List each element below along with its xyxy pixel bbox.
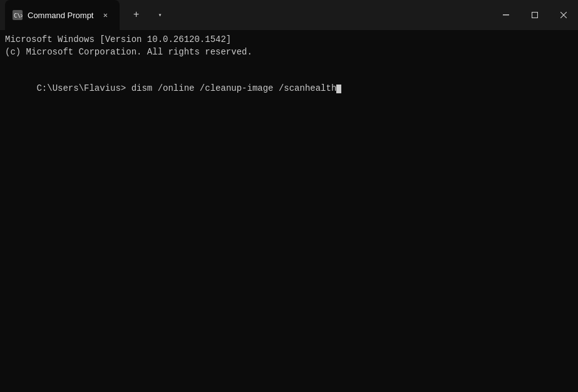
svg-text:C\>: C\> (14, 13, 23, 19)
terminal-body[interactable]: Microsoft Windows [Version 10.0.26120.15… (0, 30, 578, 392)
tab-title-label: Command Prompt (28, 11, 93, 20)
terminal-line-3 (5, 58, 573, 71)
dropdown-icon: ▾ (158, 11, 162, 19)
window-controls (492, 0, 578, 30)
new-tab-icon: + (133, 9, 140, 21)
minimize-button[interactable] (492, 0, 520, 30)
maximize-button[interactable] (520, 0, 549, 30)
terminal-line-4: C:\Users\Flavius> dism /online /cleanup-… (5, 71, 573, 108)
tab-dropdown-button[interactable]: ▾ (152, 4, 167, 26)
active-tab[interactable]: C\> Command Prompt ✕ (5, 0, 120, 30)
svg-rect-2 (503, 14, 509, 16)
tab-close-button[interactable]: ✕ (98, 8, 112, 22)
new-tab-button[interactable]: + (125, 4, 147, 26)
terminal-command: dism /online /cleanup-image /scanhealth (126, 83, 336, 93)
terminal-line-1: Microsoft Windows [Version 10.0.26120.15… (5, 34, 573, 46)
title-bar: C\> Command Prompt ✕ + ▾ (0, 0, 578, 30)
cmd-icon: C\> (13, 10, 23, 20)
title-bar-left: C\> Command Prompt ✕ + ▾ (5, 0, 492, 30)
terminal-line-2: (c) Microsoft Corporation. All rights re… (5, 46, 573, 59)
svg-rect-3 (532, 13, 538, 18)
terminal-prompt: C:\Users\Flavius> (36, 83, 126, 93)
terminal-window: C\> Command Prompt ✕ + ▾ (0, 0, 578, 392)
terminal-cursor (336, 85, 341, 93)
close-button[interactable] (549, 0, 578, 30)
